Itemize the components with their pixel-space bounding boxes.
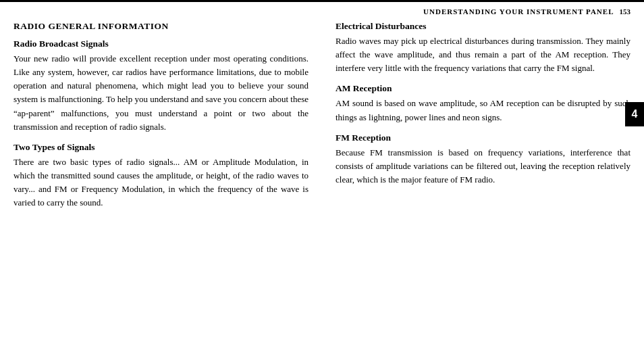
chapter-number: 4 [632,108,638,120]
electrical-disturbances-title: Electrical Disturbances [336,21,630,32]
page-header: UNDERSTANDING YOUR INSTRUMENT PANEL 153 [0,0,644,18]
am-reception-body: AM sound is based on wave amplitude, so … [336,97,630,124]
right-column: Electrical Disturbances Radio waves may … [329,21,630,322]
chapter-tab: 4 [625,102,644,126]
content-area: RADIO GENERAL INFORMATION Radio Broadcas… [0,18,644,329]
main-section-title: RADIO GENERAL INFORMATION [14,21,308,32]
electrical-disturbances-body: Radio waves may pick up electrical distu… [336,34,630,75]
am-reception-title: AM Reception [336,83,630,94]
page-container: UNDERSTANDING YOUR INSTRUMENT PANEL 153 … [0,0,644,338]
radio-broadcast-body: Your new radio will provide excellent re… [14,52,308,134]
header-title: UNDERSTANDING YOUR INSTRUMENT PANEL [423,7,614,16]
radio-broadcast-title: Radio Broadcast Signals [14,39,308,49]
two-types-title: Two Types of Signals [14,142,308,153]
left-column: RADIO GENERAL INFORMATION Radio Broadcas… [14,21,315,322]
two-types-body: There are two basic types of radio signa… [14,155,308,210]
fm-reception-body: Because FM transmission is based on freq… [336,146,630,187]
page-number: 153 [620,7,631,16]
fm-reception-title: FM Reception [336,132,630,143]
